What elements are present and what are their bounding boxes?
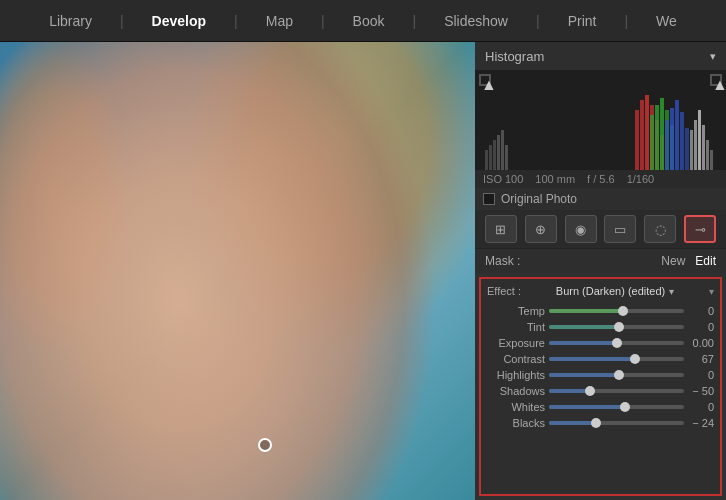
menu-map[interactable]: Map bbox=[258, 9, 301, 33]
sliders-container: Temp 0 Tint 0 Exposure 0.00 Contrast 67 … bbox=[487, 305, 714, 429]
slider-row-whites: Whites 0 bbox=[487, 401, 714, 413]
mask-row: Mask : New Edit bbox=[475, 248, 726, 273]
iso-value: ISO 100 bbox=[483, 173, 523, 185]
menu-print[interactable]: Print bbox=[560, 9, 605, 33]
original-photo-label: Original Photo bbox=[501, 192, 577, 206]
histogram-header: Histogram ▾ bbox=[475, 42, 726, 70]
grid-tool-button[interactable]: ⊞ bbox=[485, 215, 517, 243]
svg-rect-24 bbox=[698, 110, 701, 170]
photo-background bbox=[0, 42, 475, 500]
heal-tool-button[interactable]: ◌ bbox=[644, 215, 676, 243]
mask-edit-button[interactable]: Edit bbox=[695, 254, 716, 268]
grid-icon: ⊞ bbox=[495, 222, 506, 237]
slider-track-highlights[interactable] bbox=[549, 373, 684, 377]
svg-rect-1 bbox=[489, 145, 492, 170]
svg-rect-2 bbox=[493, 140, 496, 170]
effect-menu-icon[interactable]: ▾ bbox=[709, 286, 714, 297]
slider-thumb-tint[interactable] bbox=[614, 322, 624, 332]
menu-sep-4: | bbox=[413, 13, 417, 29]
slider-track-tint[interactable] bbox=[549, 325, 684, 329]
crop-icon: ▭ bbox=[614, 222, 626, 237]
slider-name-whites: Whites bbox=[487, 401, 545, 413]
adjustment-icon: ⊸ bbox=[695, 222, 706, 237]
slider-track-exposure[interactable] bbox=[549, 341, 684, 345]
histogram-dropdown-arrow[interactable]: ▾ bbox=[710, 50, 716, 63]
slider-value-highlights: 0 bbox=[688, 369, 714, 381]
svg-rect-12 bbox=[650, 115, 654, 170]
adjustment-tool-button[interactable]: ⊸ bbox=[684, 215, 716, 243]
slider-name-tint: Tint bbox=[487, 321, 545, 333]
slider-track-temp[interactable] bbox=[549, 309, 684, 313]
slider-thumb-highlights[interactable] bbox=[614, 370, 624, 380]
svg-rect-25 bbox=[702, 125, 705, 170]
slider-thumb-blacks[interactable] bbox=[591, 418, 601, 428]
slider-track-contrast[interactable] bbox=[549, 357, 684, 361]
menu-sep-1: | bbox=[120, 13, 124, 29]
original-photo-row: Original Photo bbox=[475, 188, 726, 210]
svg-rect-18 bbox=[670, 108, 674, 170]
slider-name-blacks: Blacks bbox=[487, 417, 545, 429]
effect-row: Effect : Burn (Darken) (edited) ▾ ▾ bbox=[487, 285, 714, 297]
svg-rect-20 bbox=[680, 112, 684, 170]
svg-rect-0 bbox=[485, 150, 488, 170]
svg-rect-13 bbox=[655, 105, 659, 170]
slider-row-temp: Temp 0 bbox=[487, 305, 714, 317]
slider-track-blacks[interactable] bbox=[549, 421, 684, 425]
menu-bar: Library | Develop | Map | Book | Slidesh… bbox=[0, 0, 726, 42]
spot-icon: ⊕ bbox=[535, 222, 546, 237]
histogram-title: Histogram bbox=[485, 49, 544, 64]
slider-value-shadows: − 50 bbox=[688, 385, 714, 397]
slider-value-contrast: 67 bbox=[688, 353, 714, 365]
slider-thumb-whites[interactable] bbox=[620, 402, 630, 412]
slider-value-whites: 0 bbox=[688, 401, 714, 413]
crop-tool-button[interactable]: ▭ bbox=[604, 215, 636, 243]
menu-develop[interactable]: Develop bbox=[144, 9, 214, 33]
slider-row-shadows: Shadows − 50 bbox=[487, 385, 714, 397]
slider-thumb-exposure[interactable] bbox=[612, 338, 622, 348]
slider-value-temp: 0 bbox=[688, 305, 714, 317]
svg-rect-7 bbox=[640, 100, 644, 170]
menu-sep-6: | bbox=[624, 13, 628, 29]
svg-rect-3 bbox=[497, 135, 500, 170]
svg-rect-22 bbox=[690, 130, 693, 170]
slider-name-shadows: Shadows bbox=[487, 385, 545, 397]
slider-row-highlights: Highlights 0 bbox=[487, 369, 714, 381]
slider-name-highlights: Highlights bbox=[487, 369, 545, 381]
menu-slideshow[interactable]: Slideshow bbox=[436, 9, 516, 33]
slider-row-tint: Tint 0 bbox=[487, 321, 714, 333]
mask-new-button[interactable]: New bbox=[661, 254, 685, 268]
effect-name: Burn (Darken) (edited) bbox=[556, 285, 665, 297]
svg-rect-26 bbox=[706, 140, 709, 170]
redeye-icon: ◉ bbox=[575, 222, 586, 237]
spot-tool-button[interactable]: ⊕ bbox=[525, 215, 557, 243]
slider-thumb-contrast[interactable] bbox=[630, 354, 640, 364]
menu-library[interactable]: Library bbox=[41, 9, 100, 33]
slider-value-exposure: 0.00 bbox=[688, 337, 714, 349]
photo-area bbox=[0, 42, 475, 500]
slider-track-shadows[interactable] bbox=[549, 389, 684, 393]
slider-thumb-temp[interactable] bbox=[618, 306, 628, 316]
heal-icon: ◌ bbox=[655, 222, 666, 237]
redeye-tool-button[interactable]: ◉ bbox=[565, 215, 597, 243]
edit-panel: Effect : Burn (Darken) (edited) ▾ ▾ Temp… bbox=[479, 277, 722, 496]
face-overlay bbox=[0, 42, 475, 500]
photo-indicator[interactable] bbox=[258, 438, 272, 452]
hist-corner-tl[interactable]: ▲ bbox=[479, 74, 491, 86]
iso-bar: ISO 100 100 mm f / 5.6 1/160 bbox=[475, 170, 726, 188]
menu-web[interactable]: We bbox=[648, 9, 685, 33]
slider-name-contrast: Contrast bbox=[487, 353, 545, 365]
hist-corner-tr[interactable]: ▲ bbox=[710, 74, 722, 86]
menu-sep-3: | bbox=[321, 13, 325, 29]
menu-sep-2: | bbox=[234, 13, 238, 29]
effect-dropdown-icon[interactable]: ▾ bbox=[669, 286, 674, 297]
slider-thumb-shadows[interactable] bbox=[585, 386, 595, 396]
menu-book[interactable]: Book bbox=[345, 9, 393, 33]
effect-label: Effect : bbox=[487, 285, 521, 297]
menu-sep-5: | bbox=[536, 13, 540, 29]
slider-track-whites[interactable] bbox=[549, 405, 684, 409]
slider-row-contrast: Contrast 67 bbox=[487, 353, 714, 365]
original-photo-checkbox[interactable] bbox=[483, 193, 495, 205]
tools-row: ⊞ ⊕ ◉ ▭ ◌ ⊸ bbox=[475, 210, 726, 248]
svg-rect-23 bbox=[694, 120, 697, 170]
histogram-chart bbox=[475, 90, 726, 170]
